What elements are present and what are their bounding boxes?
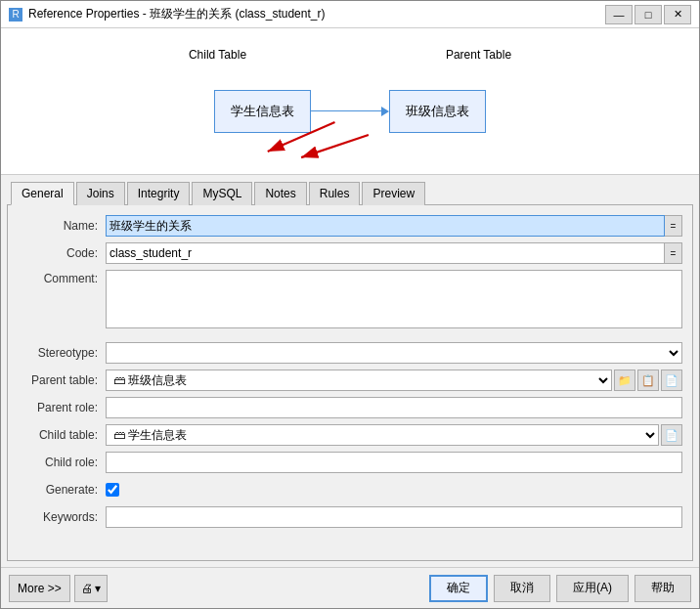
child-table-select-row: 🗃 学生信息表 📄	[106, 424, 682, 446]
bottom-left: More >> 🖨 ▾	[9, 575, 108, 602]
print-button[interactable]: 🖨 ▾	[74, 575, 108, 602]
parent-table-label: Parent Table	[446, 48, 511, 62]
diagram-labels: Child Table Parent Table	[11, 48, 689, 62]
more-button[interactable]: More >>	[9, 575, 70, 602]
arrow-body	[311, 110, 381, 111]
cancel-button[interactable]: 取消	[494, 575, 550, 602]
parent-table-props-btn[interactable]: 📋	[637, 370, 659, 391]
keywords-row: Keywords:	[18, 506, 682, 528]
form-area: Name: = Code: = Comment: Stereotype:	[7, 204, 693, 561]
help-button[interactable]: 帮助	[634, 575, 691, 602]
tabs-container: General Joins Integrity MySQL Notes Rule…	[1, 175, 699, 204]
title-bar-controls: — □ ✕	[605, 5, 691, 24]
parent-table-browse-btn[interactable]: 📁	[614, 370, 635, 391]
code-row: Code: =	[18, 242, 682, 264]
maximize-button[interactable]: □	[634, 5, 662, 24]
parent-entity-box: 班级信息表	[389, 90, 486, 133]
tab-mysql[interactable]: MySQL	[192, 182, 252, 205]
name-label: Name:	[18, 219, 106, 233]
print-dropdown-arrow: ▾	[95, 582, 101, 595]
child-role-input[interactable]	[106, 452, 682, 473]
code-label: Code:	[18, 246, 106, 260]
stereotype-select[interactable]	[106, 342, 682, 364]
tab-preview[interactable]: Preview	[362, 182, 425, 205]
tab-integrity[interactable]: Integrity	[127, 182, 191, 205]
minimize-button[interactable]: —	[605, 5, 633, 24]
child-table-select[interactable]: 🗃 学生信息表	[106, 424, 659, 446]
comment-input[interactable]	[106, 270, 682, 328]
child-table-new-btn[interactable]: 📄	[661, 424, 682, 446]
generate-label: Generate:	[18, 483, 106, 497]
child-role-row: Child role:	[18, 452, 682, 473]
ok-button[interactable]: 确定	[429, 575, 488, 602]
parent-role-row: Parent role:	[18, 397, 682, 418]
tab-general[interactable]: General	[11, 182, 74, 205]
keywords-label: Keywords:	[18, 510, 106, 524]
name-row: Name: =	[18, 215, 682, 237]
title-bar: R Reference Properties - 班级学生的关系 (class_…	[1, 1, 699, 28]
code-input[interactable]	[106, 242, 665, 264]
print-icon: 🖨	[81, 582, 93, 595]
child-table-label: Child table:	[18, 428, 106, 442]
comment-label: Comment:	[18, 270, 106, 285]
name-eq-button[interactable]: =	[665, 215, 682, 237]
parent-role-label: Parent role:	[18, 401, 106, 414]
bottom-bar: More >> 🖨 ▾ 确定 取消 应用(A) 帮助	[1, 567, 699, 608]
child-role-label: Child role:	[18, 456, 106, 469]
stereotype-select-row	[106, 342, 682, 364]
parent-table-select[interactable]: 🗃 班级信息表	[106, 370, 612, 391]
apply-button[interactable]: 应用(A)	[556, 575, 629, 602]
tab-notes[interactable]: Notes	[254, 182, 306, 205]
bottom-right: 确定 取消 应用(A) 帮助	[429, 575, 691, 602]
tab-joins[interactable]: Joins	[76, 182, 125, 205]
title-bar-left: R Reference Properties - 班级学生的关系 (class_…	[9, 6, 325, 22]
child-table-label: Child Table	[189, 48, 246, 62]
diagram-area: Child Table Parent Table 学生信息表 班级信息表	[1, 28, 699, 175]
app-icon: R	[9, 8, 22, 22]
tab-rules[interactable]: Rules	[309, 182, 361, 205]
parent-table-row: Parent table: 🗃 班级信息表 📁 📋 📄	[18, 370, 682, 391]
comment-row: Comment:	[18, 270, 682, 328]
generate-checkbox[interactable]	[106, 483, 119, 497]
generate-row: Generate:	[18, 479, 682, 500]
child-table-row: Child table: 🗃 学生信息表 📄	[18, 424, 682, 446]
arrow-line	[311, 107, 389, 116]
window-title: Reference Properties - 班级学生的关系 (class_st…	[28, 6, 325, 22]
parent-role-input[interactable]	[106, 397, 682, 418]
diagram-wrapper: Child Table Parent Table 学生信息表 班级信息表	[11, 38, 689, 164]
parent-table-new-btn[interactable]: 📄	[661, 370, 682, 391]
arrow-head	[381, 107, 389, 116]
parent-table-label: Parent table:	[18, 373, 106, 387]
stereotype-label: Stereotype:	[18, 346, 106, 360]
parent-table-select-row: 🗃 班级信息表 📁 📋 📄	[106, 370, 682, 391]
code-eq-button[interactable]: =	[665, 242, 682, 264]
stereotype-row: Stereotype:	[18, 342, 682, 364]
close-button[interactable]: ✕	[664, 5, 691, 24]
child-entity-box: 学生信息表	[214, 90, 311, 133]
name-input[interactable]	[106, 215, 665, 237]
keywords-input[interactable]	[106, 506, 682, 528]
main-window: R Reference Properties - 班级学生的关系 (class_…	[0, 0, 700, 609]
